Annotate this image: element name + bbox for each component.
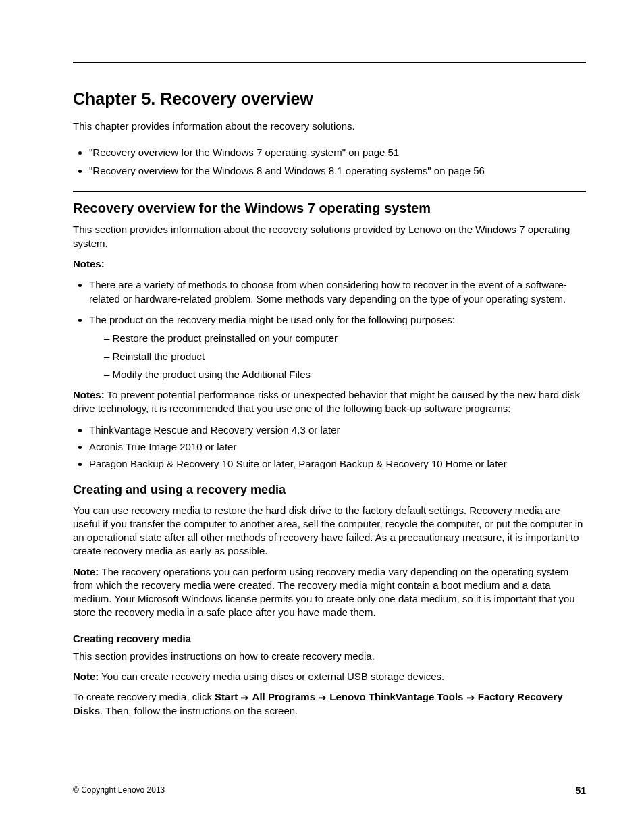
notes-item: The product on the recovery media might … xyxy=(89,313,586,382)
notes2-paragraph: Notes: To prevent potential performance … xyxy=(73,388,586,416)
notes-item: There are a variety of methods to choose… xyxy=(89,278,586,306)
footer-copyright: © Copyright Lenovo 2013 xyxy=(73,785,165,796)
section-intro: This section provides information about … xyxy=(73,223,586,251)
note2-label: Note: xyxy=(73,671,99,682)
sub-list: Restore the product preinstalled on your… xyxy=(89,331,586,382)
backup-item: ThinkVantage Rescue and Recovery version… xyxy=(89,423,586,437)
backup-list: ThinkVantage Rescue and Recovery version… xyxy=(73,423,586,471)
section-title-win7: Recovery overview for the Windows 7 oper… xyxy=(73,201,586,216)
page-footer: © Copyright Lenovo 2013 51 xyxy=(73,785,586,796)
backup-item: Acronis True Image 2010 or later xyxy=(89,440,586,454)
chapter-title: Chapter 5. Recovery overview xyxy=(73,89,586,109)
toc-item: "Recovery overview for the Windows 8 and… xyxy=(89,163,586,178)
chapter-intro: This chapter provides information about … xyxy=(73,120,586,133)
path-step: Start xyxy=(215,691,238,702)
notes-item-text: The product on the recovery media might … xyxy=(89,314,455,325)
note-text: The recovery operations you can perform … xyxy=(73,566,575,619)
notes-list: There are a variety of methods to choose… xyxy=(73,278,586,382)
top-rule xyxy=(73,62,586,63)
media-note1: Note: The recovery operations you can pe… xyxy=(73,565,586,620)
arrow-icon: ➔ xyxy=(240,691,249,704)
sub-heading-creating: Creating recovery media xyxy=(73,632,586,646)
sub-item: Reinstall the product xyxy=(104,349,586,363)
section-title-media: Creating and using a recovery media xyxy=(73,483,586,497)
note-label: Note: xyxy=(73,566,99,577)
creating-para: This section provides instructions on ho… xyxy=(73,650,586,663)
sub-item: Restore the product preinstalled on your… xyxy=(104,331,586,345)
notes-label: Notes: xyxy=(73,257,586,271)
create-suffix: . Then, follow the instructions on the s… xyxy=(100,705,298,716)
backup-item: Paragon Backup & Recovery 10 Suite or la… xyxy=(89,457,586,471)
footer-page-number: 51 xyxy=(575,785,586,796)
document-page: Chapter 5. Recovery overview This chapte… xyxy=(0,0,644,834)
media-para1: You can use recovery media to restore th… xyxy=(73,504,586,558)
note2-text: You can create recovery media using disc… xyxy=(99,671,444,682)
create-prefix: To create recovery media, click xyxy=(73,691,215,702)
path-step: Lenovo ThinkVantage Tools xyxy=(329,691,463,702)
notes2-label: Notes: xyxy=(73,389,105,400)
toc-item: "Recovery overview for the Windows 7 ope… xyxy=(89,145,586,159)
arrow-icon: ➔ xyxy=(318,691,327,704)
media-note2: Note: You can create recovery media usin… xyxy=(73,670,586,683)
path-step: All Programs xyxy=(252,691,315,702)
create-path-paragraph: To create recovery media, click Start ➔ … xyxy=(73,690,586,718)
arrow-icon: ➔ xyxy=(466,691,475,704)
sub-item: Modify the product using the Additional … xyxy=(104,367,586,382)
toc-list: "Recovery overview for the Windows 7 ope… xyxy=(73,145,586,178)
notes2-text: To prevent potential performance risks o… xyxy=(73,389,580,414)
section-rule xyxy=(73,191,586,192)
